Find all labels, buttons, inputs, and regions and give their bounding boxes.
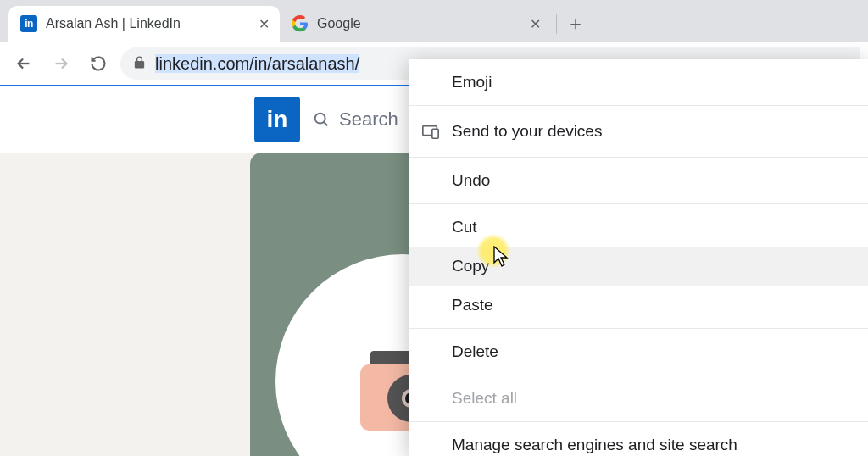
search-icon: [312, 110, 331, 129]
menu-item-label: Undo: [452, 171, 490, 190]
menu-item-label: Copy: [452, 257, 489, 275]
menu-separator: [409, 105, 868, 106]
devices-icon: [421, 122, 440, 141]
menu-item-label: Emoji: [452, 73, 492, 92]
menu-item-cut[interactable]: Cut: [409, 208, 868, 247]
reload-button[interactable]: [83, 48, 114, 79]
back-button[interactable]: [8, 48, 39, 79]
new-tab-button[interactable]: ＋: [562, 10, 589, 37]
svg-point-0: [315, 114, 326, 124]
menu-item-label: Manage search engines and site search: [452, 436, 737, 454]
linkedin-logo[interactable]: in: [254, 97, 300, 142]
close-icon[interactable]: ✕: [256, 16, 271, 31]
menu-item-undo[interactable]: Undo: [409, 161, 868, 200]
url-text: linkedin.com/in/arsalanash/: [155, 54, 359, 74]
tab-title: Google: [317, 16, 519, 31]
menu-item-delete[interactable]: Delete: [409, 332, 868, 371]
google-favicon: [292, 15, 309, 32]
tab-separator: [556, 14, 557, 34]
linkedin-search[interactable]: Search: [312, 100, 398, 139]
menu-item-manage[interactable]: Manage search engines and site search: [409, 425, 868, 456]
tab-title: Arsalan Ash | LinkedIn: [46, 16, 248, 31]
lock-icon: [132, 55, 147, 73]
menu-separator: [409, 375, 868, 375]
menu-item-label: Delete: [452, 342, 498, 361]
menu-item-label: Paste: [452, 296, 493, 314]
menu-separator: [409, 203, 868, 204]
menu-item-label: Send to your devices: [452, 122, 602, 141]
linkedin-favicon: in: [20, 15, 37, 32]
svg-rect-2: [432, 129, 438, 138]
search-placeholder: Search: [339, 108, 398, 131]
menu-separator: [409, 157, 868, 158]
menu-separator: [409, 328, 868, 329]
close-icon[interactable]: ✕: [527, 16, 542, 31]
browser-tab-active[interactable]: in Arsalan Ash | LinkedIn ✕: [8, 6, 280, 42]
menu-separator: [409, 421, 868, 422]
menu-item-paste[interactable]: Paste: [409, 286, 868, 325]
menu-item-emoji[interactable]: Emoji: [409, 63, 868, 102]
forward-button[interactable]: [46, 48, 76, 79]
menu-item-label: Select all: [452, 389, 517, 408]
menu-item-send[interactable]: Send to your devices: [409, 109, 868, 153]
browser-tab-strip: in Arsalan Ash | LinkedIn ✕ Google ✕ ＋: [0, 0, 868, 42]
menu-item-label: Cut: [452, 218, 477, 236]
address-bar-context-menu: EmojiSend to your devicesUndoCutCopyPast…: [409, 59, 868, 456]
menu-item-selectall: Select all: [409, 379, 868, 418]
menu-item-copy[interactable]: Copy: [409, 247, 868, 286]
browser-tab-inactive[interactable]: Google ✕: [280, 6, 551, 42]
